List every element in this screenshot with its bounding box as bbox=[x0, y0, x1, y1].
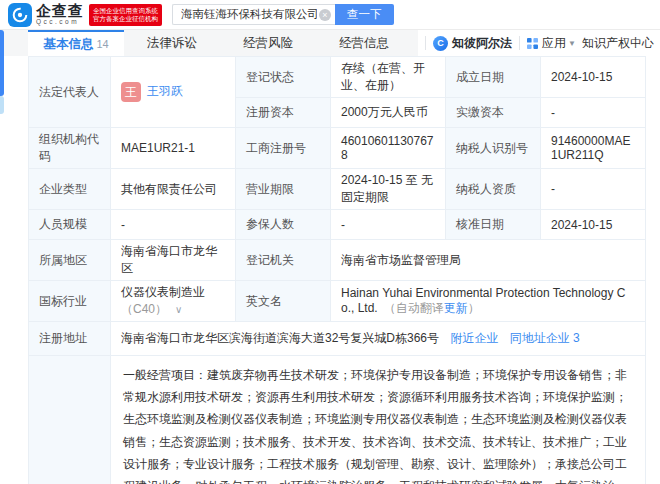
legal-rep-avatar[interactable]: 王 bbox=[121, 82, 141, 102]
field-value-biz-term: 2024-10-15 至 无固定期限 bbox=[331, 169, 446, 210]
table-row: 企业类型 其他有限责任公司 营业期限 2024-10-15 至 无固定期限 纳税… bbox=[29, 169, 646, 210]
field-value-business-scope: 一般经营项目：建筑废弃物再生技术研发；环境保护专用设备制造；环境保护专用设备销售… bbox=[111, 356, 646, 484]
field-label-legal-rep: 法定代表人 bbox=[29, 57, 111, 128]
company-search-input[interactable] bbox=[172, 4, 335, 25]
field-value-insured-count: - bbox=[331, 210, 446, 240]
field-label-staff-size: 人员规模 bbox=[29, 210, 111, 240]
field-label-biz-term: 营业期限 bbox=[236, 169, 331, 210]
field-label-approval-date: 核准日期 bbox=[446, 210, 541, 240]
field-value-industry: 仪器仪表制造业（C40）∨ bbox=[111, 281, 236, 322]
translate-update-link[interactable]: 更新 bbox=[444, 301, 468, 315]
field-value-company-type: 其他有限责任公司 bbox=[111, 169, 236, 210]
field-value-address: 海南省海口市龙华区滨海街道滨海大道32号复兴城D栋366号 附近企业 同地址企业… bbox=[111, 322, 646, 356]
field-value-legal-rep: 王王羽跃 bbox=[111, 57, 236, 128]
brand-domain: Qcc.com bbox=[36, 19, 84, 26]
brand-text: 企查查 Qcc.com bbox=[36, 3, 84, 26]
field-value-approval-date: 2024-10-15 bbox=[541, 210, 646, 240]
field-value-reg-authority: 海南省市场监督管理局 bbox=[331, 240, 646, 281]
badge-line2: 官方备案企业征信机构 bbox=[93, 15, 158, 23]
industry-expand-icon[interactable]: ∨ bbox=[175, 304, 182, 315]
tabbar-right-tools: C 知彼阿尔法 应用 ▼ 知识产权中心 ↺ 历史 SVIP 会员服务 bbox=[418, 30, 660, 56]
field-value-taxpayer-id: 91460000MAE1UR211Q bbox=[541, 128, 646, 169]
table-row: 法定代表人 王王羽跃 登记状态 存续（在营、开业、在册） 成立日期 2024-1… bbox=[29, 57, 646, 98]
badge-line1: 全国企业信用查询系统 bbox=[93, 7, 158, 15]
field-label-est-date: 成立日期 bbox=[446, 57, 541, 98]
field-label-insured-count: 参保人数 bbox=[236, 210, 331, 240]
zhibi-alpha-link[interactable]: C 知彼阿尔法 bbox=[433, 35, 512, 52]
brand-name: 企查查 bbox=[36, 3, 84, 18]
auto-translate-note: （自动翻译更新） bbox=[384, 301, 480, 315]
ip-center-link[interactable]: 知识产权中心 bbox=[582, 35, 654, 52]
chevron-down-icon: ▼ bbox=[568, 39, 576, 48]
top-header: 企查查 Qcc.com 全国企业信用查询系统 官方备案企业征信机构 × 查一下 bbox=[0, 0, 660, 29]
field-value-region: 海南省海口市龙华区 bbox=[111, 240, 236, 281]
field-value-paid-capital: - bbox=[541, 98, 646, 128]
tab-basic-info[interactable]: 基本信息 14 bbox=[28, 30, 124, 56]
alpha-label: 知彼阿尔法 bbox=[452, 35, 512, 52]
field-label-org-code: 组织机构代码 bbox=[29, 128, 111, 169]
field-label-region: 所属地区 bbox=[29, 240, 111, 281]
field-value-est-date: 2024-10-15 bbox=[541, 57, 646, 98]
side-scroll-track bbox=[0, 96, 4, 114]
field-label-reg-status: 登记状态 bbox=[236, 57, 331, 98]
table-row: 组织机构代码 MAE1UR21-1 工商注册号 460106011307678 … bbox=[29, 128, 646, 169]
field-value-reg-status: 存续（在营、开业、在册） bbox=[331, 57, 446, 98]
field-label-business-scope: 经营范围 bbox=[29, 356, 111, 484]
tab-operating-risk[interactable]: 经营风险 bbox=[220, 30, 316, 56]
same-address-companies-link[interactable]: 同地址企业 3 bbox=[510, 331, 580, 345]
tab-bar: 基本信息 14 法律诉讼 经营风险 经营信息 C 知彼阿尔法 应用 ▼ bbox=[0, 29, 660, 56]
apps-menu[interactable]: 应用 ▼ bbox=[527, 35, 576, 52]
field-value-org-code: MAE1UR21-1 bbox=[111, 128, 236, 169]
business-scope-paragraph-1: 一般经营项目：建筑废弃物再生技术研发；环境保护专用设备制造；环境保护专用设备销售… bbox=[123, 364, 633, 484]
divider bbox=[519, 36, 520, 50]
legal-rep-link[interactable]: 王羽跃 bbox=[147, 84, 183, 98]
apps-label: 应用 bbox=[542, 35, 566, 52]
field-label-reg-authority: 登记机关 bbox=[236, 240, 331, 281]
table-row: 国标行业 仪器仪表制造业（C40）∨ 英文名 Hainan Yuhai Envi… bbox=[29, 281, 646, 322]
field-label-industry: 国标行业 bbox=[29, 281, 111, 322]
tab-count-badge: 14 bbox=[96, 38, 108, 50]
field-value-reg-capital: 2000万元人民币 bbox=[331, 98, 446, 128]
table-row: 注册地址 海南省海口市龙华区滨海街道滨海大道32号复兴城D栋366号 附近企业 … bbox=[29, 322, 646, 356]
table-row: 人员规模 - 参保人数 - 核准日期 2024-10-15 bbox=[29, 210, 646, 240]
nearby-companies-link[interactable]: 附近企业 bbox=[450, 331, 498, 345]
table-row: 经营范围 一般经营项目：建筑废弃物再生技术研发；环境保护专用设备制造；环境保护专… bbox=[29, 356, 646, 484]
field-label-taxpayer-id: 纳税人识别号 bbox=[446, 128, 541, 169]
field-label-taxpayer-qual: 纳税人资质 bbox=[446, 169, 541, 210]
field-label-paid-capital: 实缴资本 bbox=[446, 98, 541, 128]
brand-certification-badge: 全国企业信用查询系统 官方备案企业征信机构 bbox=[89, 4, 162, 26]
field-value-staff-size: - bbox=[111, 210, 236, 240]
field-value-english-name: Hainan Yuhai Environmental Protection Te… bbox=[331, 281, 646, 322]
basic-info-section: 法定代表人 王王羽跃 登记状态 存续（在营、开业、在册） 成立日期 2024-1… bbox=[28, 56, 645, 484]
field-value-taxpayer-qual: - bbox=[541, 169, 646, 210]
side-scroll-indicator[interactable] bbox=[0, 30, 4, 96]
table-row: 所属地区 海南省海口市龙华区 登记机关 海南省市场监督管理局 bbox=[29, 240, 646, 281]
clear-search-icon[interactable]: × bbox=[319, 9, 331, 21]
alpha-icon: C bbox=[433, 36, 448, 51]
field-label-reg-capital: 注册资本 bbox=[236, 98, 331, 128]
field-label-english-name: 英文名 bbox=[236, 281, 331, 322]
apps-grid-icon bbox=[527, 38, 538, 49]
tab-operating-info[interactable]: 经营信息 bbox=[316, 30, 412, 56]
field-label-biz-reg-no: 工商注册号 bbox=[236, 128, 331, 169]
field-label-company-type: 企业类型 bbox=[29, 169, 111, 210]
field-value-biz-reg-no: 460106011307678 bbox=[331, 128, 446, 169]
qcc-logo-icon[interactable] bbox=[8, 3, 32, 27]
tab-legal-litigation[interactable]: 法律诉讼 bbox=[124, 30, 220, 56]
search-button[interactable]: 查一下 bbox=[335, 4, 394, 25]
divider bbox=[425, 36, 426, 50]
field-label-address: 注册地址 bbox=[29, 322, 111, 356]
